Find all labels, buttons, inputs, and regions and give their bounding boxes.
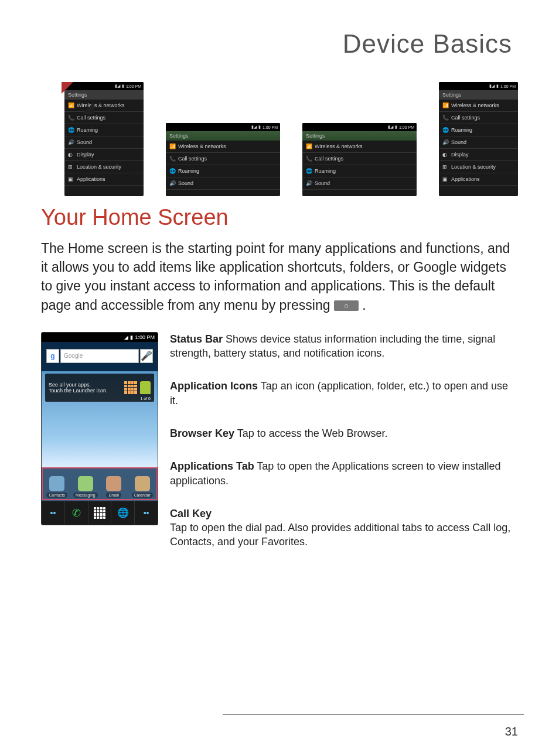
settings-screen-3: ▮◢ ▮ 1:00 PM Settings 📶Wireless & networ… [302,123,417,196]
callout-label: Application Icons [170,380,258,392]
status-bar: ▮◢ ▮ 1:00 PM [166,123,280,131]
location-icon: ⊞ [68,164,74,170]
status-time: 1:00 PM [500,84,516,88]
battery-icon: ▮ [130,334,133,340]
browser-key: 🌐 [111,501,135,525]
settings-screens-row: ▮◢ ▮ 1:00 PM Settings 📶Wireless & networ… [0,70,559,187]
settings-title: Settings [166,131,280,141]
location-icon: ⊞ [442,164,448,170]
nav-bar: •• ✆ 🌐 •• [42,501,158,525]
setting-call: 📞Call settings [439,112,518,124]
google-g-icon: g [46,349,59,363]
setting-sound: 🔊Sound [439,136,518,149]
status-time: 1:00 PM [263,125,278,129]
setting-wireless: 📶Wireless & networks [439,100,518,112]
tip-line-1: See all your apps. [49,382,108,388]
signal-icon: ▮◢ [489,84,495,88]
setting-roaming: 🌐Roaming [302,165,417,177]
dock-calendar: Calendar [128,468,157,499]
page-rule [223,714,524,715]
status-bar: ▮◢ ▮ 1:00 PM [302,123,417,131]
setting-roaming: 🌐Roaming [439,124,518,136]
launcher-grid-icon [124,381,137,394]
dock-label: Email [106,492,121,498]
setting-location: ⊞Location & security [64,161,144,173]
wifi-icon: 📶 [169,143,175,149]
setting-sound: 🔊Sound [166,177,280,190]
signal-icon: ▮◢ [388,125,393,129]
sound-icon: 🔊 [442,139,448,145]
settings-title: Settings [439,90,518,100]
home-phone-screenshot: ◢ ▮ 1:00 PM g Google 🎤 See all your apps… [41,332,158,525]
battery-icon: ▮ [258,125,261,129]
callout-browser: Browser Key Tap to access the Web Browse… [170,426,515,440]
search-widget: g Google 🎤 [46,349,153,363]
page-header: Device Basics [0,0,559,70]
tip-page: 1 of 6 [140,396,151,401]
setting-apps: ▣Applications [439,173,518,186]
dock-messaging: Messaging [71,468,100,499]
intro-text: The Home screen is the starting point fo… [41,241,510,313]
dock-row: Contacts Messaging Email Calendar [42,467,158,500]
mic-icon: 🎤 [140,349,153,363]
signal-icon: ◢ [124,334,128,340]
setting-location: ⊞Location & security [439,161,518,173]
setting-sound: 🔊Sound [302,177,417,190]
callout-app-icons: Application Icons Tap an icon (applicati… [170,379,515,408]
setting-sound: 🔊Sound [64,136,144,149]
roaming-icon: 🌐 [306,168,312,174]
callout-label: Call Key [170,508,212,519]
contacts-icon [49,476,64,491]
setting-call: 📞Call settings [166,153,280,165]
display-icon: ◐ [68,152,74,158]
setting-roaming: 🌐Roaming [166,165,280,177]
callout-apps-tab: Applications Tab Tap to open the Applica… [170,459,515,488]
status-time: 1:00 PM [126,84,141,88]
signal-icon: ▮◢ [115,84,120,88]
setting-wireless: 📶Wireless & networks [302,141,417,153]
status-bar: ▮◢ ▮ 1:00 PM [439,82,518,90]
setting-roaming: 🌐Roaming [64,124,144,136]
nav-right: •• [135,501,158,525]
setting-wireless: 📶Wireless & networks [166,141,280,153]
apps-icon: ▣ [68,176,74,182]
apps-grid-icon [94,507,105,519]
battery-icon: ▮ [122,84,124,88]
arrow-up-icon [59,79,88,108]
email-icon [106,476,121,491]
settings-screen-2: ▮◢ ▮ 1:00 PM Settings 📶Wireless & networ… [166,123,280,196]
wifi-icon: 📶 [442,102,448,108]
dock-label: Contacts [46,492,67,498]
callout-status-bar: Status Bar Shows device status informati… [170,332,515,361]
roaming-icon: 🌐 [169,168,175,174]
battery-icon: ▮ [496,84,499,88]
home-status-bar: ◢ ▮ 1:00 PM [42,333,158,342]
status-time: 1:00 PM [135,334,155,340]
setting-display: ◐Display [64,149,144,161]
setting-call: 📞Call settings [302,153,417,165]
intro-paragraph: The Home screen is the starting point fo… [0,239,559,314]
dock-label: Calendar [132,492,153,498]
status-time: 1:00 PM [399,125,414,129]
display-icon: ◐ [442,152,448,158]
sound-icon: 🔊 [169,180,175,186]
messaging-icon [78,476,93,491]
setting-apps: ▣Applications [64,173,144,186]
callout-label: Applications Tab [170,460,254,472]
wifi-icon: 📶 [306,143,312,149]
home-screen-diagram: ◢ ▮ 1:00 PM g Google 🎤 See all your apps… [0,314,559,549]
page-number: 31 [505,725,518,738]
call-key: ✆ [65,501,88,525]
search-input: Google [60,349,139,363]
launcher-tip: See all your apps. Touch the Launcher ic… [45,374,154,402]
intro-period: . [362,297,366,313]
callout-label: Browser Key [170,427,234,439]
dock-label: Messaging [73,492,98,498]
settings-title: Settings [302,131,417,141]
roaming-icon: 🌐 [68,127,74,133]
callout-text: Tap to open the dial pad. Also provides … [170,522,510,548]
battery-icon: ▮ [395,125,397,129]
signal-icon: ▮◢ [251,125,257,129]
dock-email: Email [100,468,128,499]
phone-icon: 📞 [169,156,175,162]
